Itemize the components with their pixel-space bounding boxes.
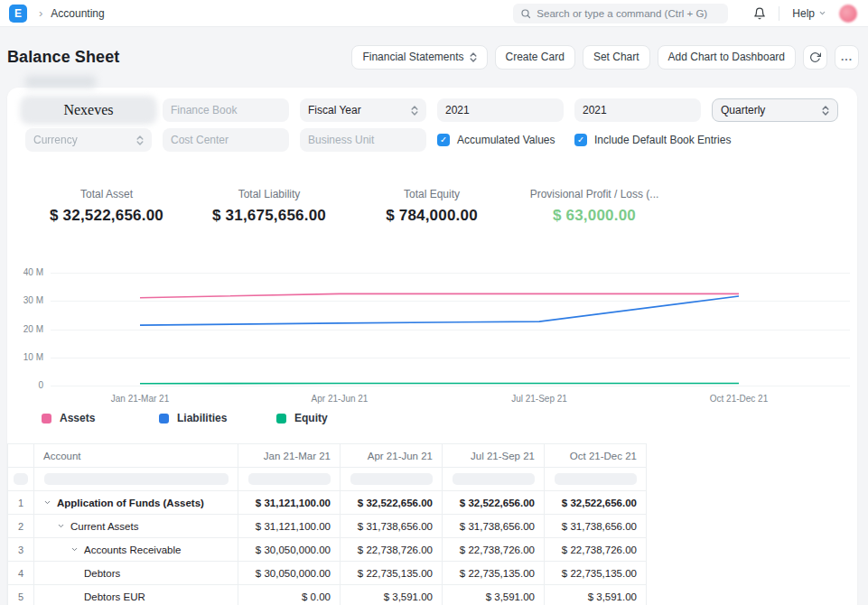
legend-swatch-icon [159,414,169,424]
chart-lines [7,270,857,405]
report-type-label: Financial Statements [362,51,463,63]
series-line-assets [140,293,739,297]
chart-legend: AssetsLiabilitiesEquity [7,412,857,424]
amount-cell: $ 31,738,656.00 [443,515,545,538]
account-name[interactable]: Current Assets [70,521,138,532]
end-year-value: 2021 [583,104,693,116]
start-year-filter[interactable]: 2021 [437,98,564,122]
row-number: 2 [8,515,34,538]
search-placeholder: Search or type a command (Ctrl + G) [537,8,707,19]
select-stepper-icon [470,51,477,63]
period-basis-select[interactable]: Fiscal Year [300,98,426,122]
currency-select[interactable]: Currency [25,128,152,152]
legend-item-assets[interactable]: Assets [42,412,159,424]
page-header: Balance Sheet Financial Statements Creat… [0,27,868,87]
business-unit-filter[interactable]: Business Unit [300,128,426,152]
navbar: E › Accounting Search or type a command … [0,0,868,27]
table-row: 4Debtors$ 30,050,000.00$ 22,735,135.00$ … [8,562,647,585]
row-number: 4 [8,562,34,585]
amount-cell: $ 22,738,726.00 [545,538,647,562]
summary-value: $ 31,675,656.00 [188,207,350,225]
end-year-filter[interactable]: 2021 [574,98,701,122]
period-basis-value: Fiscal Year [308,104,411,116]
summary-value: $ 32,522,656.00 [25,207,188,225]
navbar-divider [779,6,779,21]
x-axis-tick-label: Oct 21-Dec 21 [710,394,768,404]
summary-label: Provisional Profit / Loss (... [513,188,676,200]
account-name[interactable]: Debtors EUR [84,591,145,602]
table-row: 5Debtors EUR$ 0.00$ 3,591.00$ 3,591.00$ … [8,585,647,605]
app-logo-icon[interactable]: E [9,5,27,23]
company-filter[interactable]: Nexeves [25,98,152,122]
refresh-button[interactable] [803,45,827,70]
finance-book-filter[interactable]: Finance Book [163,98,289,122]
summary-value: $ 63,000.00 [513,207,676,225]
account-name[interactable]: Application of Funds (Assets) [57,498,204,508]
add-chart-to-dashboard-button[interactable]: Add Chart to Dashboard [658,45,796,70]
column-filter-input[interactable] [350,473,433,485]
column-header[interactable]: Jul 21-Sep 21 [443,444,545,468]
include-default-book-entries-checkbox[interactable]: ✓ Include Default Book Entries [574,128,701,152]
search-icon [520,8,531,19]
chevron-down-icon [818,9,826,17]
summary-label: Total Asset [25,188,188,200]
currency-value: Currency [33,134,136,146]
redaction-smudge [25,76,96,88]
menu-ellipsis-button[interactable]: ... [835,45,859,70]
tree-collapse-icon[interactable] [57,522,65,530]
create-card-button[interactable]: Create Card [495,45,575,70]
amount-cell: $ 32,522,656.00 [341,491,443,515]
legend-item-liabilities[interactable]: Liabilities [159,412,276,424]
amount-cell: $ 22,735,135.00 [545,562,647,585]
user-avatar[interactable] [839,5,857,23]
tree-collapse-icon[interactable] [70,545,79,554]
amount-cell: $ 31,738,656.00 [545,515,647,538]
legend-label: Equity [294,412,328,424]
column-header[interactable]: Account [34,444,238,468]
breadcrumb[interactable]: Accounting [51,7,104,20]
notifications-bell-icon[interactable] [753,7,766,20]
balance-sheet-chart: 010 M20 M30 M40 MJan 21-Mar 21Apr 21-Jun… [7,270,857,405]
summary-card: Total Liability$ 31,675,656.00 [188,188,350,225]
help-label: Help [792,7,815,20]
column-header[interactable]: Oct 21-Dec 21 [545,444,647,468]
x-axis-tick-label: Jan 21-Mar 21 [111,394,169,404]
column-filter-input[interactable] [555,473,637,485]
report-type-select[interactable]: Financial Statements [351,45,487,70]
breadcrumb-chevron-icon: › [39,6,42,20]
column-filter-input[interactable] [248,473,331,485]
finance-book-placeholder: Finance Book [171,104,281,116]
global-search-input[interactable]: Search or type a command (Ctrl + G) [513,4,728,23]
x-axis-tick-label: Jul 21-Sep 21 [511,394,567,404]
refresh-icon [809,51,821,63]
column-filter-input[interactable] [44,473,229,485]
set-chart-button[interactable]: Set Chart [583,45,650,70]
amount-cell: $ 31,121,100.00 [238,515,341,538]
business-unit-placeholder: Business Unit [308,134,418,146]
row-number: 1 [8,491,34,515]
account-name[interactable]: Debtors [84,568,120,579]
amount-cell: $ 30,050,000.00 [238,538,341,562]
amount-cell: $ 22,738,726.00 [341,538,443,562]
column-filter-input[interactable] [14,473,28,485]
summary-label: Total Liability [188,188,350,200]
legend-item-equity[interactable]: Equity [276,412,328,424]
checkbox-label: Include Default Book Entries [594,134,731,146]
help-menu[interactable]: Help [792,7,826,20]
periodicity-select[interactable]: Quarterly [712,98,838,122]
tree-collapse-icon[interactable] [43,498,51,507]
column-filter-input[interactable] [453,473,535,485]
column-header[interactable]: Apr 21-Jun 21 [341,444,443,468]
table-header-row: AccountJan 21-Mar 21Apr 21-Jun 21Jul 21-… [8,444,647,468]
amount-cell: $ 3,591.00 [443,585,545,605]
column-header[interactable]: Jan 21-Mar 21 [238,444,341,468]
periodicity-value: Quarterly [721,104,822,116]
account-name[interactable]: Accounts Receivable [84,544,181,555]
page-title: Balance Sheet [7,48,119,67]
ellipsis-icon: ... [841,51,853,63]
cost-center-filter[interactable]: Cost Center [163,128,289,152]
report-table: AccountJan 21-Mar 21Apr 21-Jun 21Jul 21-… [7,443,647,605]
checkbox-checked-icon: ✓ [574,134,587,146]
accumulated-values-checkbox[interactable]: ✓ Accumulated Values [437,128,564,152]
amount-cell: $ 31,121,100.00 [238,491,341,515]
